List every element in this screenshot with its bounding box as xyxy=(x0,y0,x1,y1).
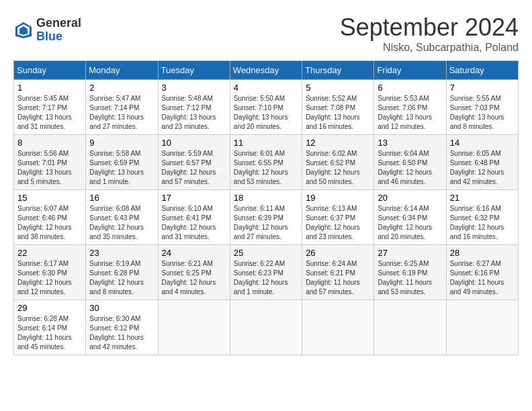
table-row: 18Sunrise: 6:11 AMSunset: 6:39 PMDayligh… xyxy=(230,190,302,245)
table-row: 17Sunrise: 6:10 AMSunset: 6:41 PMDayligh… xyxy=(158,190,230,245)
table-row: 16Sunrise: 6:08 AMSunset: 6:43 PMDayligh… xyxy=(86,190,158,245)
table-row xyxy=(302,300,374,355)
table-row: 27Sunrise: 6:25 AMSunset: 6:19 PMDayligh… xyxy=(374,245,446,300)
col-thursday: Thursday xyxy=(302,61,374,80)
calendar-table: Sunday Monday Tuesday Wednesday Thursday… xyxy=(13,60,519,355)
logo-general-text: General xyxy=(36,17,81,30)
logo-blue-text: Blue xyxy=(36,30,81,44)
col-wednesday: Wednesday xyxy=(230,61,302,80)
logo-text: General Blue xyxy=(36,17,81,44)
table-row: 19Sunrise: 6:13 AMSunset: 6:37 PMDayligh… xyxy=(302,190,374,245)
table-row xyxy=(230,300,302,355)
table-row xyxy=(158,300,230,355)
month-title: September 2024 xyxy=(340,13,519,42)
logo: General Blue xyxy=(13,17,81,44)
table-row: 10Sunrise: 5:59 AMSunset: 6:57 PMDayligh… xyxy=(158,135,230,190)
table-row: 2Sunrise: 5:47 AMSunset: 7:14 PMDaylight… xyxy=(86,80,158,135)
col-tuesday: Tuesday xyxy=(158,61,230,80)
col-monday: Monday xyxy=(86,61,158,80)
table-row: 1Sunrise: 5:45 AMSunset: 7:17 PMDaylight… xyxy=(14,80,86,135)
table-row: 23Sunrise: 6:19 AMSunset: 6:28 PMDayligh… xyxy=(86,245,158,300)
location-title: Nisko, Subcarpathia, Poland xyxy=(340,42,519,54)
table-row: 30Sunrise: 6:30 AMSunset: 6:12 PMDayligh… xyxy=(86,300,158,355)
calendar-header-row: Sunday Monday Tuesday Wednesday Thursday… xyxy=(14,61,519,80)
table-row: 22Sunrise: 6:17 AMSunset: 6:30 PMDayligh… xyxy=(14,245,86,300)
table-row: 24Sunrise: 6:21 AMSunset: 6:25 PMDayligh… xyxy=(158,245,230,300)
table-row: 25Sunrise: 6:22 AMSunset: 6:23 PMDayligh… xyxy=(230,245,302,300)
col-saturday: Saturday xyxy=(446,61,518,80)
table-row: 14Sunrise: 6:05 AMSunset: 6:48 PMDayligh… xyxy=(446,135,518,190)
table-row: 4Sunrise: 5:50 AMSunset: 7:10 PMDaylight… xyxy=(230,80,302,135)
table-row: 8Sunrise: 5:56 AMSunset: 7:01 PMDaylight… xyxy=(14,135,86,190)
table-row: 9Sunrise: 5:58 AMSunset: 6:59 PMDaylight… xyxy=(86,135,158,190)
table-row: 12Sunrise: 6:02 AMSunset: 6:52 PMDayligh… xyxy=(302,135,374,190)
col-sunday: Sunday xyxy=(14,61,86,80)
table-row: 26Sunrise: 6:24 AMSunset: 6:21 PMDayligh… xyxy=(302,245,374,300)
header: General Blue September 2024 Nisko, Subca… xyxy=(13,13,519,54)
table-row: 28Sunrise: 6:27 AMSunset: 6:16 PMDayligh… xyxy=(446,245,518,300)
table-row xyxy=(374,300,446,355)
title-area: September 2024 Nisko, Subcarpathia, Pola… xyxy=(340,13,519,54)
logo-icon xyxy=(13,20,34,40)
table-row: 15Sunrise: 6:07 AMSunset: 6:46 PMDayligh… xyxy=(14,190,86,245)
table-row: 20Sunrise: 6:14 AMSunset: 6:34 PMDayligh… xyxy=(374,190,446,245)
table-row xyxy=(446,300,518,355)
table-row: 5Sunrise: 5:52 AMSunset: 7:08 PMDaylight… xyxy=(302,80,374,135)
col-friday: Friday xyxy=(374,61,446,80)
table-row: 21Sunrise: 6:16 AMSunset: 6:32 PMDayligh… xyxy=(446,190,518,245)
table-row: 13Sunrise: 6:04 AMSunset: 6:50 PMDayligh… xyxy=(374,135,446,190)
table-row: 29Sunrise: 6:28 AMSunset: 6:14 PMDayligh… xyxy=(14,300,86,355)
table-row: 7Sunrise: 5:55 AMSunset: 7:03 PMDaylight… xyxy=(446,80,518,135)
table-row: 11Sunrise: 6:01 AMSunset: 6:55 PMDayligh… xyxy=(230,135,302,190)
table-row: 3Sunrise: 5:48 AMSunset: 7:12 PMDaylight… xyxy=(158,80,230,135)
table-row: 6Sunrise: 5:53 AMSunset: 7:06 PMDaylight… xyxy=(374,80,446,135)
